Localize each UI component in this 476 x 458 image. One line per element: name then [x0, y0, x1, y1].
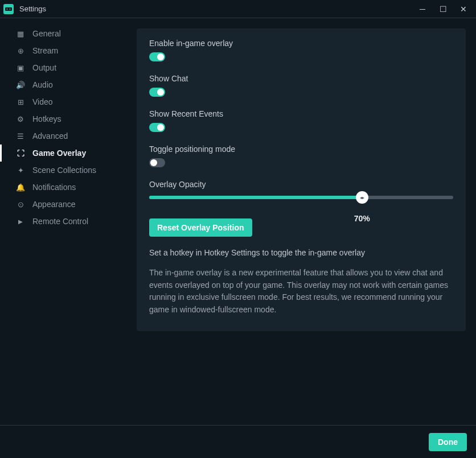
sidebar-item-label: Video	[32, 97, 53, 106]
app-icon	[3, 4, 14, 14]
show-events-toggle[interactable]	[149, 123, 165, 132]
palette-icon: ✦	[15, 166, 26, 175]
titlebar: Settings ─ ☐ ✕	[0, 0, 476, 18]
svg-rect-0	[5, 7, 12, 11]
sidebar-item-appearance[interactable]: ⊙Appearance	[0, 196, 126, 213]
sidebar-item-video[interactable]: ⊞Video	[0, 93, 126, 110]
sidebar-item-general[interactable]: ▦General	[0, 25, 126, 42]
reset-overlay-button[interactable]: Reset Overlay Position	[149, 218, 252, 237]
done-button[interactable]: Done	[429, 433, 467, 451]
film-icon: ⊞	[15, 98, 26, 106]
toggle-positioning-label: Toggle positioning mode	[149, 145, 453, 154]
globe-icon: ⊕	[15, 47, 26, 55]
sidebar-item-label: Appearance	[32, 200, 76, 209]
svg-point-1	[7, 9, 8, 10]
sidebar-item-notifications[interactable]: 🔔Notifications	[0, 179, 126, 196]
footer: Done	[0, 425, 476, 458]
svg-point-2	[10, 9, 11, 10]
show-chat-label: Show Chat	[149, 74, 453, 83]
enable-overlay-toggle[interactable]	[149, 52, 165, 61]
settings-panel: Enable in-game overlay Show Chat Show Re…	[137, 28, 466, 331]
output-icon: ▣	[15, 64, 26, 72]
speaker-icon: 🔊	[15, 81, 26, 89]
sidebar-item-label: Hotkeys	[32, 114, 61, 123]
sidebar-item-scene-collections[interactable]: ✦Scene Collections	[0, 162, 126, 179]
show-events-label: Show Recent Events	[149, 109, 453, 118]
sidebar-item-label: Output	[32, 63, 56, 72]
sidebar-item-label: Notifications	[32, 183, 76, 192]
maximize-button[interactable]: ☐	[437, 5, 449, 13]
sidebar-item-audio[interactable]: 🔊Audio	[0, 76, 126, 93]
sidebar: ▦General⊕Stream▣Output🔊Audio⊞Video⚙Hotke…	[0, 18, 126, 425]
hotkey-info-text: Set a hotkey in Hotkey Settings to toggl…	[149, 247, 453, 259]
show-chat-toggle[interactable]	[149, 88, 165, 97]
opacity-label: Overlay Opacity	[149, 180, 453, 189]
sidebar-item-label: Audio	[32, 80, 53, 89]
sidebar-item-game-overlay[interactable]: ⛶Game Overlay	[0, 145, 126, 162]
sidebar-item-label: Scene Collections	[32, 166, 96, 175]
sidebar-item-label: Stream	[32, 46, 58, 55]
sidebar-item-label: Remote Control	[32, 217, 88, 226]
sidebar-item-label: Advanced	[32, 131, 68, 141]
sidebar-item-stream[interactable]: ⊕Stream	[0, 42, 126, 59]
window-title: Settings	[19, 5, 417, 13]
sliders-icon: ☰	[15, 132, 26, 141]
enable-overlay-label: Enable in-game overlay	[149, 39, 453, 48]
play-circle-icon: ►	[15, 217, 26, 226]
sidebar-item-remote-control[interactable]: ►Remote Control	[0, 213, 126, 230]
bell-icon: 🔔	[15, 183, 26, 192]
fullscreen-icon: ⛶	[15, 149, 26, 158]
overlay-description: The in-game overlay is a new experimenta…	[149, 267, 453, 316]
opacity-value: 70%	[354, 214, 370, 223]
sidebar-item-hotkeys[interactable]: ⚙Hotkeys	[0, 110, 126, 127]
close-button[interactable]: ✕	[458, 5, 469, 13]
toggle-positioning-toggle[interactable]	[149, 158, 165, 167]
gear-icon: ⚙	[15, 115, 26, 123]
sidebar-item-advanced[interactable]: ☰Advanced	[0, 127, 126, 145]
opacity-slider-thumb[interactable]: ◂▸	[356, 191, 368, 204]
sidebar-item-label: Game Overlay	[32, 148, 86, 158]
sidebar-item-output[interactable]: ▣Output	[0, 59, 126, 76]
sidebar-item-label: General	[32, 29, 61, 38]
eye-icon: ⊙	[15, 200, 26, 209]
grid-icon: ▦	[15, 30, 26, 38]
opacity-slider-track[interactable]: ◂▸	[149, 196, 453, 199]
minimize-button[interactable]: ─	[417, 5, 428, 13]
